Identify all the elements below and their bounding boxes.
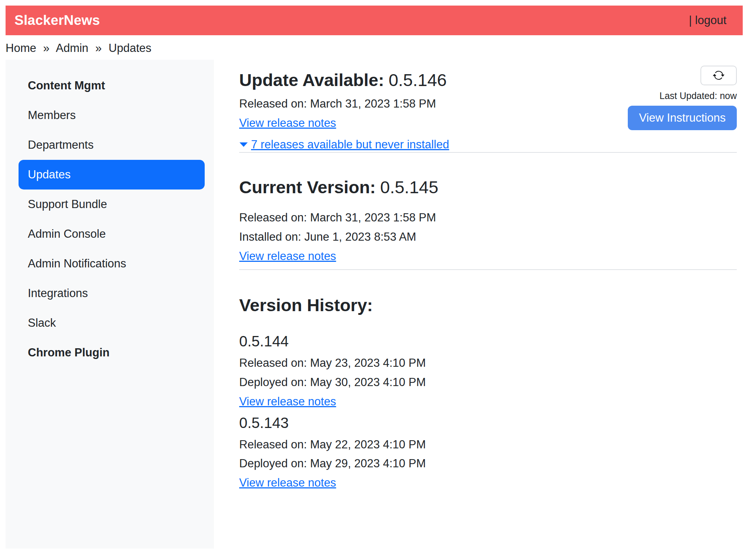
current-released-on: Released on: March 31, 2023 1:58 PM bbox=[239, 210, 737, 225]
current-release-notes-link[interactable]: View release notes bbox=[239, 250, 336, 263]
history-version-number: 0.5.143 bbox=[239, 415, 737, 431]
history-released-on: Released on: May 23, 2023 4:10 PM bbox=[239, 355, 737, 371]
history-release-notes-link[interactable]: View release notes bbox=[239, 476, 336, 489]
sidebar-item-integrations[interactable]: Integrations bbox=[19, 279, 205, 308]
never-installed-link[interactable]: 7 releases available but never installed bbox=[251, 137, 449, 152]
app-title: SlackerNews bbox=[14, 13, 100, 28]
history-deployed-on: Deployed on: May 30, 2023 4:10 PM bbox=[239, 375, 737, 390]
breadcrumb-separator: » bbox=[43, 42, 49, 55]
logout-link[interactable]: | logout bbox=[689, 14, 726, 27]
view-instructions-button[interactable]: View Instructions bbox=[628, 106, 737, 130]
version-history-section: Version History: 0.5.144 Released on: Ma… bbox=[239, 270, 737, 491]
current-version-section: Current Version:0.5.145 Released on: Mar… bbox=[239, 153, 737, 264]
refresh-icon bbox=[713, 69, 725, 81]
current-version-heading: Current Version:0.5.145 bbox=[239, 177, 737, 197]
never-installed-line: 7 releases available but never installed bbox=[239, 137, 737, 152]
version-history-entry: 0.5.144 Released on: May 23, 2023 4:10 P… bbox=[239, 333, 737, 409]
sidebar-item-members[interactable]: Members bbox=[19, 101, 205, 130]
refresh-button[interactable] bbox=[700, 66, 737, 85]
sidebar-item-chrome-plugin[interactable]: Chrome Plugin bbox=[19, 338, 205, 368]
sidebar-item-content-mgmt[interactable]: Content Mgmt bbox=[19, 71, 205, 101]
top-bar: SlackerNews | logout bbox=[6, 6, 743, 35]
current-version-label: Current Version: bbox=[239, 177, 376, 197]
history-version-number: 0.5.144 bbox=[239, 333, 737, 349]
sidebar-item-departments[interactable]: Departments bbox=[19, 130, 205, 160]
history-deployed-on: Deployed on: May 29, 2023 4:10 PM bbox=[239, 456, 737, 471]
update-available-version: 0.5.146 bbox=[389, 70, 447, 90]
version-history-heading: Version History: bbox=[239, 295, 737, 315]
current-version-number: 0.5.145 bbox=[380, 177, 438, 197]
breadcrumb-updates[interactable]: Updates bbox=[109, 42, 151, 55]
history-released-on: Released on: May 22, 2023 4:10 PM bbox=[239, 437, 737, 452]
history-release-notes-link[interactable]: View release notes bbox=[239, 395, 336, 408]
updates-main: Last Updated: now View Instructions Upda… bbox=[239, 60, 737, 496]
breadcrumb-separator: » bbox=[95, 42, 102, 55]
caret-down-icon bbox=[239, 141, 248, 148]
sidebar-item-admin-notifications[interactable]: Admin Notifications bbox=[19, 249, 205, 279]
sidebar-item-admin-console[interactable]: Admin Console bbox=[19, 219, 205, 249]
breadcrumb-admin[interactable]: Admin bbox=[56, 42, 88, 55]
version-history-label: Version History: bbox=[239, 295, 373, 315]
content-layout: Content Mgmt Members Departments Updates… bbox=[0, 60, 752, 549]
sidebar-item-slack[interactable]: Slack bbox=[19, 308, 205, 338]
sidebar-item-support-bundle[interactable]: Support Bundle bbox=[19, 190, 205, 219]
current-installed-on: Installed on: June 1, 2023 8:53 AM bbox=[239, 229, 737, 245]
breadcrumb-home[interactable]: Home bbox=[6, 42, 36, 55]
last-updated-text: Last Updated: now bbox=[660, 90, 737, 101]
update-available-label: Update Available: bbox=[239, 70, 384, 90]
version-history-entry: 0.5.143 Released on: May 22, 2023 4:10 P… bbox=[239, 415, 737, 491]
update-release-notes-link[interactable]: View release notes bbox=[239, 116, 336, 129]
sidebar-item-updates[interactable]: Updates bbox=[19, 160, 205, 190]
admin-sidebar: Content Mgmt Members Departments Updates… bbox=[6, 60, 214, 549]
tool-panel: Last Updated: now View Instructions bbox=[628, 66, 737, 130]
breadcrumb: Home » Admin » Updates bbox=[6, 41, 752, 55]
version-history-list: 0.5.144 Released on: May 23, 2023 4:10 P… bbox=[239, 333, 737, 491]
